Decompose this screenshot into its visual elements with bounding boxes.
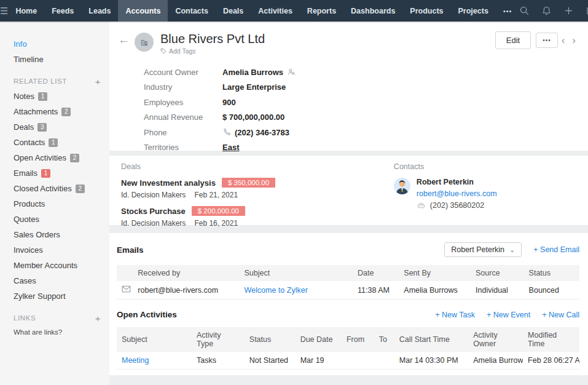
sidebar-item-label: Open Activities (14, 153, 66, 162)
nav-tab-home[interactable]: Home (8, 0, 44, 22)
nav-tab-activities[interactable]: Activities (251, 0, 300, 22)
column-header (117, 265, 133, 281)
sidebar-item-info[interactable]: Info (14, 36, 101, 52)
sidebar-item-closed-activities[interactable]: Closed Activities 2 (14, 181, 101, 196)
hamburger-menu-icon[interactable]: ☰ (0, 0, 8, 22)
activity-type: Calls (192, 370, 245, 376)
deal-item: New Investment analysis $ 350,000.00 Id.… (121, 178, 394, 199)
add-link-icon[interactable]: + (95, 313, 101, 323)
email-subject-link[interactable]: Welcome to Zylker (240, 281, 353, 300)
search-icon[interactable] (519, 6, 530, 16)
activity-from (342, 370, 374, 376)
sidebar-item-deals[interactable]: Deals 3 (14, 119, 101, 135)
sidebar-item-quotes[interactable]: Quotes (14, 212, 101, 227)
deal-stage: Id. Decision Makers (121, 191, 186, 199)
sidebar-item-timeline[interactable]: Timeline (14, 52, 101, 67)
sidebar-item-emails[interactable]: Emails 1 (14, 165, 101, 181)
column-header-subject: Subject (240, 265, 353, 281)
add-related-list-icon[interactable]: + (95, 76, 101, 87)
sidebar-item-contacts[interactable]: Contacts 1 (14, 135, 101, 150)
related-list-sidebar: Info Timeline RELATED LIST + Notes 1 Att… (0, 22, 109, 385)
nav-tab-dashboards[interactable]: Dashboards (343, 0, 402, 22)
emails-table-header-row: Received by Subject Date Sent By Source … (117, 265, 579, 281)
deal-name-link[interactable]: Stocks Purchase (121, 207, 186, 216)
field-value: Amelia Burrows (222, 68, 283, 77)
activity-call-start-time: Feb 21 08:00 PM (394, 370, 468, 376)
nav-tab-projects[interactable]: Projects (451, 0, 496, 22)
phone-number-link[interactable]: (202) 346-3783 (235, 128, 289, 137)
sidebar-item-notes[interactable]: Notes 1 (14, 89, 101, 104)
sidebar-item-products[interactable]: Products (14, 196, 101, 212)
what-are-links-link[interactable]: What are links? (14, 325, 101, 339)
territory-link[interactable]: East (222, 143, 239, 152)
notifications-bell-icon[interactable] (541, 6, 552, 16)
topnav-utilities: 31 (519, 0, 588, 22)
email-contact-filter-dropdown[interactable]: Robert Peterkin ⌄ (444, 242, 522, 257)
column-header-date: Date (353, 265, 399, 281)
sidebar-item-sales-orders[interactable]: Sales Orders (14, 227, 101, 242)
email-source: Individual (471, 281, 524, 300)
field-phone: Phone (202) 346-3783 (144, 125, 579, 140)
top-navigation-bar: ☰ Home Feeds Leads Accounts Contacts Dea… (0, 0, 588, 22)
activity-call-start-time: Mar 14 03:30 PM (394, 352, 468, 370)
deal-name-link[interactable]: New Investment analysis (121, 178, 216, 188)
column-header-from: From (342, 327, 374, 352)
count-badge-red: 1 (41, 169, 50, 178)
field-label: Annual Revenue (144, 113, 222, 122)
count-badge: 2 (70, 154, 79, 162)
next-record-icon[interactable]: › (568, 34, 579, 47)
nav-tab-contacts[interactable]: Contacts (168, 0, 215, 22)
new-event-button[interactable]: + New Event (487, 311, 530, 319)
previous-record-icon[interactable]: ‹ (558, 34, 569, 47)
calendar-icon[interactable]: 31 (586, 6, 588, 16)
back-arrow-icon[interactable]: ← (117, 32, 135, 48)
nav-tab-deals[interactable]: Deals (216, 0, 251, 22)
activity-from (342, 352, 374, 370)
quick-create-plus-icon[interactable] (563, 6, 574, 16)
activity-subject-link[interactable]: Meeting (117, 352, 192, 370)
field-label: Industry (144, 82, 222, 92)
deal-amount-badge: $ 350,000.00 (222, 178, 275, 188)
activity-due-date: Mar 19 (296, 352, 342, 370)
more-actions-button[interactable]: ••• (536, 33, 558, 48)
nav-tab-reports[interactable]: Reports (300, 0, 343, 22)
nav-tab-accounts[interactable]: Accounts (118, 0, 168, 22)
field-label: Account Owner (144, 68, 222, 77)
change-owner-icon[interactable] (287, 68, 296, 76)
sidebar-item-attachments[interactable]: Attachments 2 (14, 104, 101, 119)
email-status: Bounced (524, 281, 579, 300)
sidebar-item-invoices[interactable]: Invoices (14, 242, 101, 258)
nav-more-tabs-icon[interactable]: ••• (496, 0, 520, 22)
add-tags-button[interactable]: Add Tags (160, 47, 265, 55)
sidebar-item-member-accounts[interactable]: Member Accounts (14, 258, 101, 273)
count-badge: 1 (49, 138, 58, 147)
send-email-button[interactable]: + Send Email (533, 245, 579, 254)
column-header-received-by: Received by (133, 265, 239, 281)
deal-date: Feb 16, 2021 (194, 219, 238, 228)
nav-tab-leads[interactable]: Leads (81, 0, 118, 22)
contact-email-link[interactable]: robert@blue-rivers.com (417, 189, 497, 198)
edit-button[interactable]: Edit (495, 31, 531, 49)
contact-name-link[interactable]: Robert Peterkin (417, 178, 497, 186)
activity-due-date: Feb 23 (296, 370, 342, 376)
sidebar-item-open-activities[interactable]: Open Activities 2 (14, 150, 101, 165)
activity-modified-time: Feb 28 06:27 AM (523, 352, 579, 370)
activity-subject-link[interactable]: Response to enquiry (117, 370, 192, 376)
contact-item: Robert Peterkin robert@blue-rivers.com (… (394, 178, 579, 210)
sidebar-item-cases[interactable]: Cases (14, 273, 101, 288)
count-badge: 2 (76, 185, 85, 193)
nav-tab-feeds[interactable]: Feeds (44, 0, 81, 22)
field-value: Large Enterprise (222, 82, 286, 92)
account-detail-fields: Account Owner Amelia Burrows Industry La… (144, 65, 579, 155)
nav-tab-products[interactable]: Products (402, 0, 450, 22)
chevron-down-icon: ⌄ (509, 247, 515, 252)
new-task-button[interactable]: + New Task (435, 311, 475, 319)
activity-row: Response to enquiry Calls Not Started Fe… (117, 370, 579, 376)
column-header-call-start-time: Call Start Time (394, 327, 468, 352)
contact-phone-link[interactable]: (202) 35680202 (430, 201, 484, 210)
new-call-button[interactable]: + New Call (542, 311, 579, 319)
sidebar-item-label: Notes (14, 92, 34, 101)
tag-icon (160, 48, 167, 54)
column-header-modified-time: Modified Time (523, 327, 579, 352)
sidebar-item-zylker-support[interactable]: Zylker Support (14, 288, 101, 304)
